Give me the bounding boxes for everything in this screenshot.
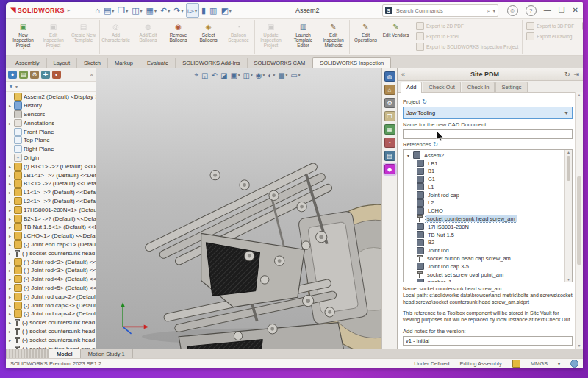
tab-markup[interactable]: Markup bbox=[108, 58, 140, 68]
design-library-icon[interactable]: ⌂ bbox=[384, 85, 395, 95]
file-explorer-icon[interactable]: ⚙ bbox=[384, 98, 395, 108]
tab-sketch[interactable]: Sketch bbox=[77, 58, 108, 68]
reference-item[interactable]: LCHO bbox=[406, 207, 564, 215]
tree-item[interactable]: ▸(f) B1<1> ->? (Default) <<Defaul bbox=[7, 162, 96, 171]
save-icon[interactable]: ◫▾ bbox=[130, 4, 143, 17]
references-scrollbar[interactable]: ▲▼ bbox=[564, 150, 572, 282]
section-view-icon[interactable]: ◪ bbox=[220, 71, 227, 79]
configurationmanager-icon[interactable]: ⚙ bbox=[30, 71, 39, 79]
units-caret-icon[interactable]: ▾ bbox=[558, 361, 560, 366]
gripper-assembly-model[interactable] bbox=[96, 68, 381, 349]
tree-item[interactable]: ▸17HS8001-280N<1> (Default) << bbox=[7, 205, 96, 214]
tree-item[interactable]: Top Plane bbox=[7, 136, 96, 145]
open-icon[interactable]: ❒▾ bbox=[116, 4, 129, 17]
panel-scrollbar[interactable]: ▲▼ bbox=[575, 92, 583, 349]
edit-appearance-icon-caret[interactable]: ▾ bbox=[273, 73, 275, 77]
user-account-icon[interactable]: ☺ bbox=[507, 5, 518, 16]
chevron-right-icon[interactable]: ▸ bbox=[68, 7, 71, 13]
tree-item[interactable]: ▸History bbox=[7, 101, 96, 110]
edit-appearance-icon[interactable]: ◐▾ bbox=[268, 71, 275, 79]
reference-item[interactable]: B2 bbox=[406, 239, 564, 247]
reference-item[interactable]: Joint rod cap 3-5 bbox=[406, 263, 564, 271]
dimxpert-icon[interactable]: ✚ bbox=[41, 71, 50, 79]
reference-item[interactable]: L2 bbox=[406, 199, 564, 207]
tab-splitter[interactable] bbox=[6, 349, 49, 358]
tree-item[interactable]: ▸(-) Joint rod<4> (Default) <<Defa bbox=[7, 275, 96, 284]
tree-item[interactable]: Front Plane bbox=[7, 127, 96, 136]
tree-expander-icon[interactable]: ▸ bbox=[7, 164, 12, 169]
panel-refresh-icon[interactable]: ↻ bbox=[564, 71, 570, 78]
ribbon-button-edit-operations[interactable]: ✎Edit Operations bbox=[351, 20, 381, 54]
graphics-viewport[interactable]: ⌖◱↶◪▣▾◫▾◉▾◐▾▦▾▭▾ bbox=[96, 68, 381, 349]
tree-expander-icon[interactable]: ▸ bbox=[7, 207, 12, 213]
redo-icon[interactable]: ↷▾ bbox=[172, 4, 184, 17]
tree-expander-icon[interactable]: ▸ bbox=[7, 199, 12, 204]
view-palette-icon[interactable]: ❒ bbox=[384, 111, 395, 121]
tree-expander-icon[interactable]: ▸ bbox=[7, 320, 12, 325]
tree-expander-icon[interactable]: ▸ bbox=[7, 285, 12, 290]
open-icon-caret[interactable]: ▾ bbox=[126, 8, 128, 13]
pdm-tab-add[interactable]: Add bbox=[401, 82, 422, 93]
tree-expander-icon[interactable]: ▸ bbox=[7, 181, 12, 186]
previous-view-icon[interactable]: ↶ bbox=[212, 71, 218, 79]
view-settings-icon-caret[interactable]: ▾ bbox=[298, 73, 301, 77]
feature-manager-expand-icon[interactable]: » bbox=[90, 71, 93, 78]
tree-item[interactable]: ▸TB Nut 1.5<1> (Default) <<Defau bbox=[7, 223, 96, 232]
tree-item[interactable]: ▸(-) Joint rod cap<2> (Default) << bbox=[7, 292, 96, 301]
close-button[interactable]: ✕ bbox=[573, 7, 578, 14]
view-orientation-icon[interactable]: ▣▾ bbox=[230, 71, 240, 79]
tab-solidworks-add-ins[interactable]: SOLIDWORKS Add-Ins bbox=[176, 58, 247, 68]
tree-expander-icon[interactable]: ▸ bbox=[7, 338, 12, 343]
undo-icon-caret[interactable]: ▾ bbox=[168, 8, 170, 13]
version-notes-input[interactable] bbox=[403, 336, 573, 346]
forum-icon[interactable]: ▤ bbox=[384, 151, 395, 161]
tree-item[interactable]: ▸(-) socket countersunk head scre bbox=[7, 327, 96, 336]
tree-expander-icon[interactable]: ▸ bbox=[7, 121, 12, 126]
pdm-tab-check-out[interactable]: Check Out bbox=[423, 82, 460, 92]
tree-expander-icon[interactable]: ▸ bbox=[7, 329, 12, 334]
feature-tree-filter[interactable]: ▼ ▾ bbox=[6, 82, 96, 92]
new-document-icon[interactable]: ▤▾ bbox=[102, 4, 115, 17]
tree-expander-icon[interactable]: ▸ bbox=[7, 251, 12, 256]
tree-item[interactable]: ▸(-) Joint rod<5> (Default) <<Defa bbox=[7, 284, 96, 293]
options-icon[interactable]: ◩▾ bbox=[219, 4, 232, 17]
filter-caret-icon[interactable]: ▾ bbox=[15, 84, 18, 89]
toolbox-icon[interactable]: ▥ bbox=[208, 4, 218, 17]
tree-expander-icon[interactable]: ▸ bbox=[7, 233, 12, 238]
tree-item[interactable]: ▸(-) socket countersunk head scre bbox=[7, 249, 96, 257]
tab-assembly[interactable]: Assembly bbox=[9, 58, 47, 68]
hide-show-items-icon-caret[interactable]: ▾ bbox=[263, 73, 265, 77]
home-icon[interactable]: ⌂ bbox=[93, 4, 101, 17]
project-refresh-icon[interactable]: ↻ bbox=[422, 99, 427, 105]
tree-item[interactable]: ▸Annotations bbox=[7, 118, 96, 127]
tab-solidworks-cam[interactable]: SOLIDWORKS CAM bbox=[248, 58, 313, 68]
search-box[interactable]: S ⌕ ▾ bbox=[382, 4, 498, 17]
reference-item[interactable]: L1 bbox=[406, 183, 564, 191]
bottom-tab-model[interactable]: Model bbox=[49, 349, 81, 358]
maximize-button[interactable]: ❒ bbox=[559, 7, 565, 14]
references-list[interactable]: ▾Assem2LB1B1G1L1Joint rod capL2LCHOsocke… bbox=[403, 149, 573, 282]
tree-item[interactable]: ▸B1<1> ->? (Default) <<Default>_ bbox=[7, 179, 96, 188]
tree-item[interactable]: ▸L2<1> ->? (Default) <<Default>_ bbox=[7, 197, 96, 206]
reference-item[interactable]: Joint rod bbox=[406, 246, 564, 254]
view-orientation-icon-caret[interactable]: ▾ bbox=[238, 73, 240, 77]
ribbon-button-launch-template-editor[interactable]: ▥Launch Template Editor bbox=[288, 20, 318, 54]
apply-scene-icon[interactable]: ▦▾ bbox=[278, 71, 287, 79]
tree-item[interactable]: ▸(-) Joint rod cap<4> (Default) << bbox=[7, 310, 96, 318]
reference-item[interactable]: TB Nut 1.5 bbox=[406, 231, 564, 239]
cad-name-input[interactable] bbox=[403, 129, 573, 139]
reference-item[interactable]: LB1 bbox=[406, 160, 564, 168]
appearances-scenes-icon[interactable]: ▦ bbox=[384, 124, 395, 135]
reference-root-item[interactable]: ▾Assem2 bbox=[406, 151, 564, 160]
zoom-fit-icon[interactable]: ⌖ bbox=[194, 71, 198, 79]
tree-expander-icon[interactable]: ▸ bbox=[7, 303, 12, 308]
tree-item[interactable]: ▸(-) Joint rod cap<3> (Default) << bbox=[7, 301, 96, 310]
ribbon-button-select-balloons[interactable]: ◈Select Balloons bbox=[193, 20, 223, 54]
tab-evaluate[interactable]: Evaluate bbox=[140, 58, 176, 68]
display-style-icon[interactable]: ◫▾ bbox=[243, 71, 253, 79]
tree-item[interactable]: ▸(-) socket countersunk head scre bbox=[7, 318, 96, 327]
print-icon-caret[interactable]: ▾ bbox=[154, 8, 157, 13]
search-icon[interactable]: ⌕ bbox=[487, 7, 491, 15]
reference-item[interactable]: Joint rod cap bbox=[406, 191, 564, 199]
solidworks-resources-icon[interactable]: ◍ bbox=[384, 71, 395, 82]
